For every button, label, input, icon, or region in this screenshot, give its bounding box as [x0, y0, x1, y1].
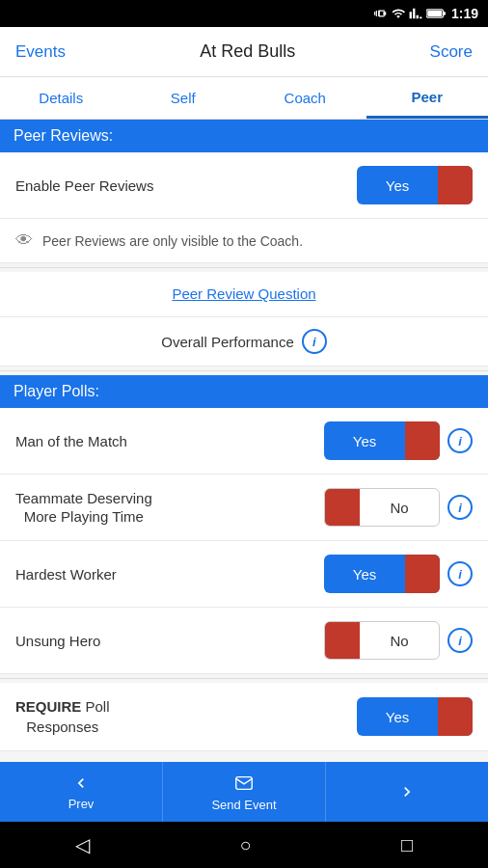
tab-self[interactable]: Self [122, 77, 245, 119]
toggle-indicator-2 [325, 488, 360, 527]
poll-hardest-worker-right: Yes i [324, 555, 473, 593]
android-recents-icon[interactable]: □ [401, 834, 413, 856]
svg-rect-3 [236, 776, 253, 789]
bottom-nav: Prev Send Event [0, 762, 488, 822]
poll-teammate-value: No [360, 500, 439, 516]
overall-performance-info-icon[interactable]: i [302, 329, 327, 354]
peer-review-question-link[interactable]: Peer Review Question [172, 285, 315, 302]
top-nav: Events At Red Bulls Score [0, 27, 488, 77]
require-poll-row: REQUIRE PollResponses Yes [0, 683, 488, 751]
poll-teammate-label: Teammate DeservingMore Playing Time [15, 489, 152, 527]
enable-peer-reviews-row: Enable Peer Reviews Yes [0, 152, 488, 219]
enable-peer-reviews-value: Yes [357, 177, 438, 194]
poll-man-of-match-label: Man of the Match [15, 433, 127, 449]
page-title: At Red Bulls [200, 41, 295, 62]
poll-unsung-hero-info[interactable]: i [447, 628, 473, 653]
enable-peer-reviews-label: Enable Peer Reviews [15, 177, 153, 194]
divider-2 [0, 370, 488, 371]
tab-coach[interactable]: Coach [244, 77, 366, 119]
prev-label: Prev [68, 797, 95, 811]
overall-performance-label: Overall Performance [161, 334, 294, 350]
require-poll-label: REQUIRE PollResponses [15, 696, 110, 737]
require-poll-toggle[interactable]: Yes [357, 697, 473, 736]
status-bar: 1:19 [0, 0, 488, 27]
score-link[interactable]: Score [430, 42, 473, 62]
status-icons [374, 7, 446, 20]
poll-man-of-match-row: Man of the Match Yes i [0, 408, 488, 475]
content-area: Peer Reviews: Enable Peer Reviews Yes 👁 … [0, 120, 488, 762]
tab-details[interactable]: Details [0, 77, 122, 119]
next-button[interactable] [326, 762, 488, 822]
enable-peer-reviews-toggle[interactable]: Yes [357, 166, 473, 204]
eye-icon: 👁 [15, 231, 33, 251]
events-link[interactable]: Events [15, 42, 66, 62]
peer-reviews-header: Peer Reviews: [0, 120, 488, 152]
prev-button[interactable]: Prev [0, 762, 163, 822]
toggle-indicator-4 [325, 621, 360, 660]
status-time: 1:19 [451, 6, 478, 21]
poll-teammate-info[interactable]: i [447, 495, 473, 520]
send-event-label: Send Event [211, 798, 276, 812]
poll-man-of-match-value: Yes [324, 433, 405, 449]
peer-reviews-info-row: 👁 Peer Reviews are only visible to the C… [0, 219, 488, 263]
poll-hardest-worker-toggle[interactable]: Yes [324, 555, 440, 593]
poll-unsung-hero-right: No i [324, 621, 473, 660]
poll-hardest-worker-row: Hardest Worker Yes i [0, 541, 488, 608]
toggle-indicator-5 [438, 697, 473, 736]
poll-hardest-worker-label: Hardest Worker [15, 566, 117, 583]
divider-1 [0, 267, 488, 268]
send-event-button[interactable]: Send Event [163, 762, 326, 822]
poll-man-of-match-right: Yes i [324, 421, 473, 460]
peer-review-question-container: Peer Review Question [0, 272, 488, 317]
poll-unsung-hero-toggle[interactable]: No [324, 621, 440, 660]
poll-man-of-match-toggle[interactable]: Yes [324, 421, 440, 460]
toggle-indicator-3 [405, 555, 440, 593]
overall-performance-row: Overall Performance i [0, 317, 488, 366]
tab-peer[interactable]: Peer [366, 77, 489, 119]
poll-teammate-row: Teammate DeservingMore Playing Time No i [0, 475, 488, 541]
poll-hardest-worker-info[interactable]: i [447, 561, 473, 586]
toggle-red-indicator [438, 166, 473, 204]
require-poll-value: Yes [357, 709, 438, 725]
android-home-icon[interactable]: ○ [239, 834, 251, 856]
poll-man-of-match-info[interactable]: i [447, 428, 473, 453]
peer-reviews-info-text: Peer Reviews are only visible to the Coa… [42, 233, 303, 249]
android-nav: ◁ ○ □ [0, 822, 488, 868]
poll-unsung-hero-value: No [360, 633, 439, 649]
poll-unsung-hero-row: Unsung Hero No i [0, 608, 488, 674]
poll-teammate-toggle[interactable]: No [324, 488, 440, 527]
tab-bar: Details Self Coach Peer [0, 77, 488, 120]
player-polls-header: Player Polls: [0, 375, 488, 408]
svg-rect-2 [427, 11, 442, 16]
svg-rect-1 [443, 12, 446, 14]
poll-teammate-right: No i [324, 488, 473, 527]
android-back-icon[interactable]: ◁ [75, 833, 90, 856]
divider-3 [0, 678, 488, 679]
poll-unsung-hero-label: Unsung Hero [15, 633, 100, 649]
toggle-indicator-1 [405, 421, 440, 460]
poll-hardest-worker-value: Yes [324, 566, 405, 583]
